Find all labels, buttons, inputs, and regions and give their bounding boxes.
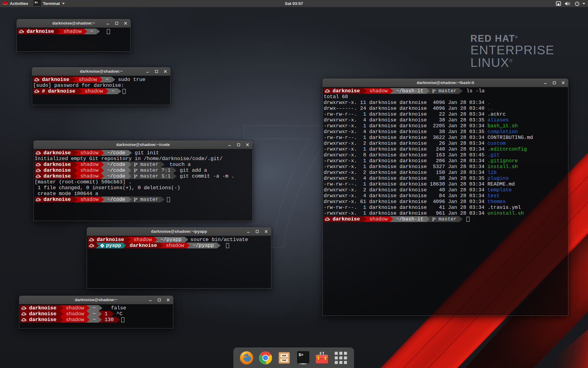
svg-text:$>: $>	[299, 353, 303, 357]
